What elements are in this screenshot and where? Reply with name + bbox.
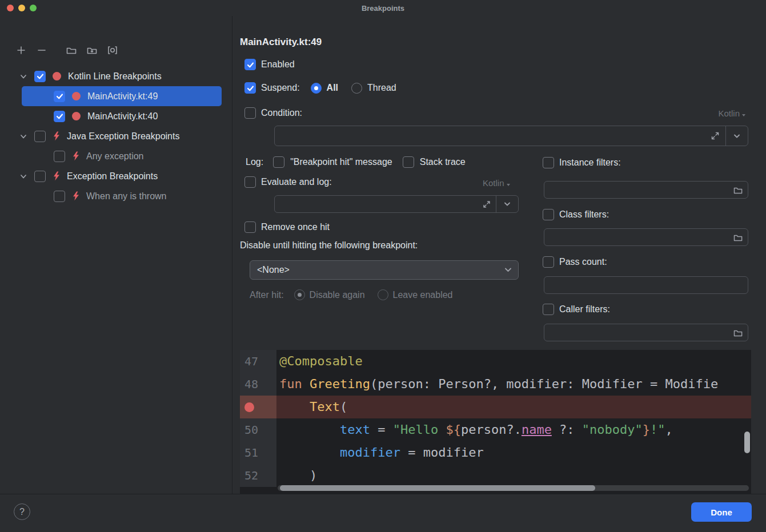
- evaluate-language-selector[interactable]: Kotlin: [483, 178, 510, 188]
- suspend-row: Suspend: All Thread: [244, 82, 396, 94]
- evaluate-history-dropdown[interactable]: [496, 196, 518, 212]
- leave-enabled-radio[interactable]: [378, 289, 388, 300]
- tree-item-any-exception[interactable]: Any exception: [22, 146, 222, 166]
- log-message-checkbox[interactable]: [273, 156, 284, 168]
- stack-trace-checkbox[interactable]: [403, 156, 414, 168]
- code-token: modifier: [340, 445, 400, 460]
- caller-filters-checkbox[interactable]: [543, 304, 554, 315]
- exception-breakpoint-icon: [53, 131, 60, 141]
- java-exception-breakpoints-checkbox[interactable]: [34, 131, 46, 142]
- code-token: Text: [310, 400, 340, 414]
- group-breakpoints-button[interactable]: [64, 43, 79, 57]
- vertical-scrollbar-thumb[interactable]: [744, 432, 750, 453]
- remove-breakpoint-button[interactable]: [34, 43, 49, 57]
- horizontal-scrollbar[interactable]: [278, 485, 749, 491]
- class-filters-checkbox[interactable]: [543, 209, 554, 220]
- suspend-checkbox[interactable]: [244, 82, 256, 94]
- tree-item-when-any-is-thrown[interactable]: When any is thrown: [22, 186, 222, 206]
- tree-item-mainactivity-40[interactable]: MainActivity.kt:40: [22, 106, 222, 126]
- tree-group-java-exception-breakpoints[interactable]: Java Exception Breakpoints: [0, 126, 232, 146]
- code-token: ,: [665, 422, 673, 437]
- evaluate-input[interactable]: [274, 195, 519, 213]
- breakpoint-dot-icon[interactable]: [244, 402, 254, 412]
- code-token: Greeting: [310, 377, 370, 391]
- when-any-is-thrown-checkbox[interactable]: [54, 191, 65, 202]
- window-title: Breakpoints: [362, 4, 404, 13]
- disable-again-radio[interactable]: [294, 289, 305, 300]
- kotlin-line-breakpoints-checkbox[interactable]: [34, 71, 46, 82]
- done-button[interactable]: Done: [691, 502, 752, 522]
- tree-label: MainActivity.kt:40: [87, 111, 158, 122]
- move-to-group-button[interactable]: [85, 43, 99, 57]
- expand-editor-button[interactable]: [711, 131, 720, 140]
- pass-count-row: Pass count:: [543, 256, 607, 268]
- condition-checkbox[interactable]: [244, 107, 256, 119]
- chevron-down-icon[interactable]: [19, 132, 27, 140]
- suspend-all-radio[interactable]: [311, 83, 322, 94]
- browse-button[interactable]: [733, 233, 743, 241]
- condition-label: Condition:: [261, 108, 302, 118]
- zoom-button[interactable]: [30, 5, 37, 11]
- chevron-down-icon: [504, 202, 510, 206]
- browse-button[interactable]: [733, 329, 743, 337]
- pass-count-input[interactable]: [544, 276, 748, 294]
- expand-editor-button[interactable]: [483, 200, 491, 208]
- evaluate-checkbox[interactable]: [244, 176, 256, 188]
- tree-group-exception-breakpoints[interactable]: Exception Breakpoints: [0, 166, 232, 186]
- tree-group-kotlin-line-breakpoints[interactable]: Kotlin Line Breakpoints: [0, 66, 232, 86]
- leave-enabled-label: Leave enabled: [393, 290, 453, 300]
- breakpoint-dot-icon: [53, 72, 61, 80]
- mainactivity-40-checkbox[interactable]: [54, 111, 65, 122]
- expand-icon: [483, 200, 491, 208]
- evaluate-row: Evaluate and log:: [244, 176, 332, 188]
- tree-label: Java Exception Breakpoints: [67, 131, 179, 142]
- code-line: 50 text = "Hello ${person?.name ?: "nobo…: [240, 418, 751, 441]
- code-token: }: [643, 422, 650, 437]
- suspend-thread-radio[interactable]: [351, 83, 362, 94]
- condition-input[interactable]: [274, 126, 748, 146]
- instance-filters-checkbox[interactable]: [543, 157, 554, 168]
- code-preview: 47 @Composable 48 fun Greeting(person: P…: [240, 350, 751, 494]
- condition-row: Condition:: [244, 107, 302, 119]
- line-number: 47: [240, 350, 276, 373]
- pass-count-checkbox[interactable]: [543, 256, 554, 268]
- chevron-down-icon[interactable]: [19, 72, 27, 80]
- code-token: "nobody": [582, 422, 643, 437]
- line-number: 50: [240, 418, 276, 441]
- condition-language-selector[interactable]: Kotlin: [718, 108, 745, 118]
- browse-button[interactable]: [733, 186, 743, 194]
- code-token: @Composable: [279, 354, 363, 368]
- help-button[interactable]: ?: [14, 503, 30, 520]
- mainactivity-49-checkbox[interactable]: [54, 91, 65, 102]
- exception-breakpoints-checkbox[interactable]: [34, 171, 46, 182]
- group-by-class-button[interactable]: [105, 43, 120, 57]
- breakpoint-title: MainActivity.kt:49: [240, 37, 322, 48]
- any-exception-checkbox[interactable]: [54, 151, 65, 162]
- condition-history-dropdown[interactable]: [725, 126, 748, 146]
- chevron-down-icon[interactable]: [19, 172, 27, 180]
- code-token: [279, 445, 340, 460]
- disable-again-label: Disable again: [310, 290, 365, 300]
- instance-filters-label: Instance filters:: [559, 158, 621, 168]
- expand-icon: [711, 131, 720, 140]
- horizontal-scrollbar-thumb[interactable]: [280, 485, 595, 491]
- close-button[interactable]: [7, 5, 14, 11]
- tree-item-mainactivity-49[interactable]: MainActivity.kt:49: [22, 86, 222, 106]
- enabled-checkbox[interactable]: [244, 59, 256, 70]
- instance-filters-input[interactable]: [544, 181, 748, 199]
- code-line: 52 ): [240, 464, 751, 487]
- class-filters-input[interactable]: [544, 228, 748, 246]
- minimize-button[interactable]: [18, 5, 25, 11]
- log-message-label: "Breakpoint hit" message: [290, 157, 392, 167]
- breakpoints-tree: Kotlin Line Breakpoints MainActivity.kt:…: [0, 66, 232, 206]
- add-breakpoint-button[interactable]: [14, 43, 29, 57]
- folder-icon: [66, 46, 77, 55]
- code-text: Text(: [276, 396, 751, 418]
- suspend-thread-label: Thread: [367, 83, 396, 93]
- remove-once-hit-checkbox[interactable]: [244, 221, 256, 233]
- line-number: 51: [240, 441, 276, 464]
- caller-filters-input[interactable]: [544, 324, 748, 341]
- code-text: modifier = modifier: [276, 441, 751, 464]
- check-icon: [37, 72, 44, 80]
- disable-until-select[interactable]: <None>: [250, 260, 519, 280]
